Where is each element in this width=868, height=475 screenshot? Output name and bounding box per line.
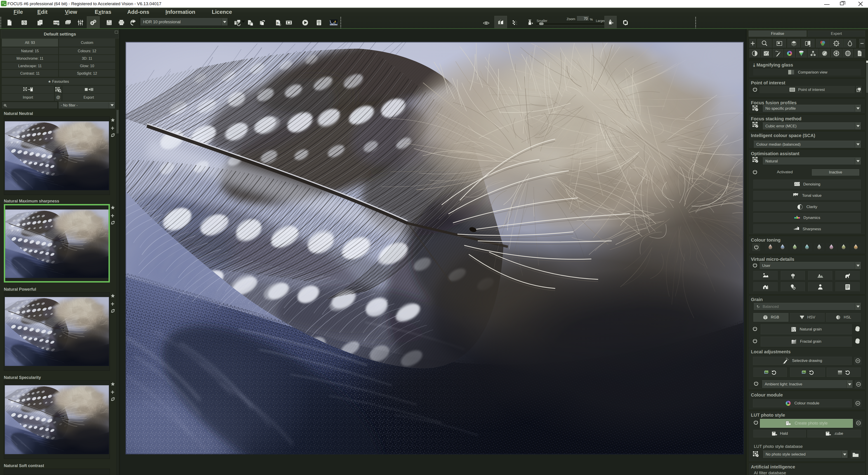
svg-text:B: B — [276, 22, 278, 25]
